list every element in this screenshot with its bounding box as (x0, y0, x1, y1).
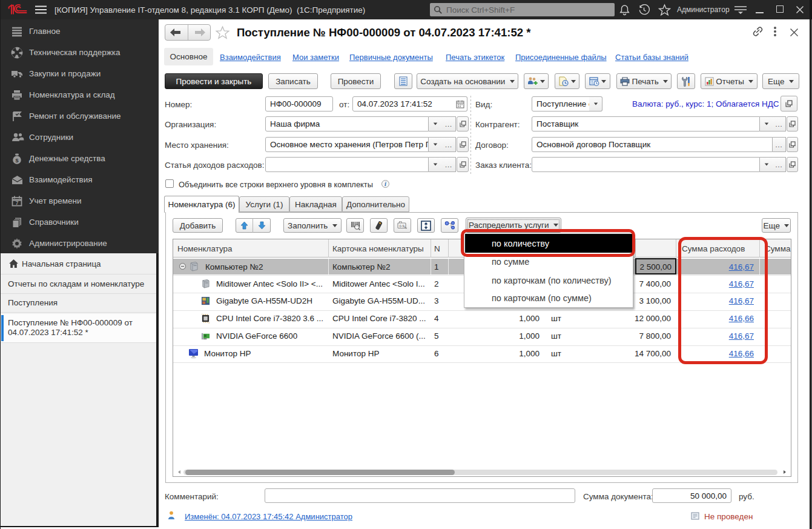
svg-text:s: s (15, 156, 19, 163)
svg-text:7: 7 (16, 200, 19, 206)
svg-text:0-9: 0-9 (400, 224, 404, 227)
